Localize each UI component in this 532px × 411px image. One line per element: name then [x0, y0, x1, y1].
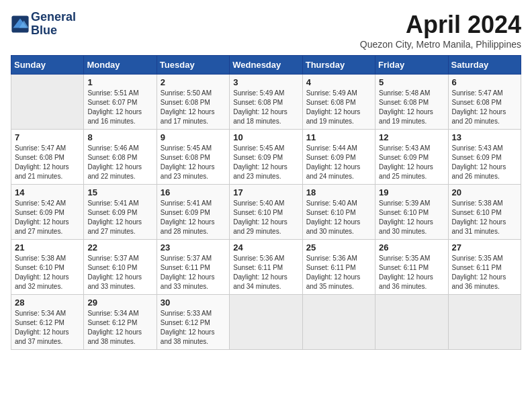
day-number: 21	[15, 242, 80, 253]
calendar-body: 1Sunrise: 5:51 AM Sunset: 6:07 PM Daylig…	[11, 75, 521, 350]
day-number: 29	[87, 298, 152, 308]
calendar-week-row: 7Sunrise: 5:47 AM Sunset: 6:08 PM Daylig…	[11, 130, 521, 185]
calendar-cell: 26Sunrise: 5:35 AM Sunset: 6:11 PM Dayli…	[375, 240, 448, 295]
day-info: Sunrise: 5:36 AM Sunset: 6:11 PM Dayligh…	[306, 254, 371, 291]
logo-text: General Blue	[31, 11, 76, 38]
day-info: Sunrise: 5:36 AM Sunset: 6:11 PM Dayligh…	[233, 254, 298, 291]
calendar-cell	[11, 75, 84, 130]
calendar-cell: 21Sunrise: 5:38 AM Sunset: 6:10 PM Dayli…	[11, 240, 84, 295]
calendar-week-row: 21Sunrise: 5:38 AM Sunset: 6:10 PM Dayli…	[11, 240, 521, 295]
weekday-header-cell: Tuesday	[157, 56, 229, 75]
calendar-cell	[302, 295, 375, 350]
day-info: Sunrise: 5:39 AM Sunset: 6:10 PM Dayligh…	[379, 199, 444, 236]
day-info: Sunrise: 5:43 AM Sunset: 6:09 PM Dayligh…	[379, 144, 444, 181]
calendar-cell: 10Sunrise: 5:45 AM Sunset: 6:09 PM Dayli…	[230, 130, 302, 185]
calendar-cell: 29Sunrise: 5:34 AM Sunset: 6:12 PM Dayli…	[84, 295, 157, 350]
calendar-week-row: 28Sunrise: 5:34 AM Sunset: 6:12 PM Dayli…	[11, 295, 521, 350]
day-info: Sunrise: 5:50 AM Sunset: 6:08 PM Dayligh…	[161, 89, 226, 126]
day-info: Sunrise: 5:46 AM Sunset: 6:08 PM Dayligh…	[87, 144, 152, 181]
day-info: Sunrise: 5:41 AM Sunset: 6:09 PM Dayligh…	[161, 199, 226, 236]
day-number: 15	[87, 187, 152, 197]
day-info: Sunrise: 5:37 AM Sunset: 6:11 PM Dayligh…	[161, 254, 226, 291]
day-number: 4	[306, 77, 371, 87]
calendar-cell: 13Sunrise: 5:43 AM Sunset: 6:09 PM Dayli…	[448, 130, 521, 185]
day-number: 10	[233, 132, 298, 142]
calendar-cell: 4Sunrise: 5:49 AM Sunset: 6:08 PM Daylig…	[302, 75, 375, 130]
weekday-header-cell: Thursday	[302, 56, 375, 75]
day-number: 19	[379, 187, 444, 197]
calendar-cell: 18Sunrise: 5:40 AM Sunset: 6:10 PM Dayli…	[302, 185, 375, 240]
day-number: 11	[306, 132, 371, 142]
day-info: Sunrise: 5:43 AM Sunset: 6:09 PM Dayligh…	[452, 144, 517, 181]
weekday-header-cell: Sunday	[11, 56, 84, 75]
calendar-cell: 23Sunrise: 5:37 AM Sunset: 6:11 PM Dayli…	[157, 240, 229, 295]
logo-icon	[11, 15, 30, 34]
day-number: 25	[306, 242, 371, 253]
day-number: 23	[161, 242, 226, 253]
weekday-header-cell: Saturday	[448, 56, 521, 75]
day-number: 3	[233, 77, 298, 87]
page-header: General Blue April 2024 Quezon City, Met…	[11, 11, 521, 50]
calendar-cell: 15Sunrise: 5:41 AM Sunset: 6:09 PM Dayli…	[84, 185, 157, 240]
day-info: Sunrise: 5:44 AM Sunset: 6:09 PM Dayligh…	[306, 144, 371, 181]
day-info: Sunrise: 5:38 AM Sunset: 6:10 PM Dayligh…	[452, 199, 517, 236]
calendar-table: SundayMondayTuesdayWednesdayThursdayFrid…	[11, 55, 521, 350]
calendar-cell: 24Sunrise: 5:36 AM Sunset: 6:11 PM Dayli…	[230, 240, 302, 295]
calendar-cell: 17Sunrise: 5:40 AM Sunset: 6:10 PM Dayli…	[230, 185, 302, 240]
day-number: 18	[306, 187, 371, 197]
day-info: Sunrise: 5:45 AM Sunset: 6:09 PM Dayligh…	[233, 144, 298, 181]
calendar-cell: 14Sunrise: 5:42 AM Sunset: 6:09 PM Dayli…	[11, 185, 84, 240]
day-info: Sunrise: 5:33 AM Sunset: 6:12 PM Dayligh…	[161, 309, 226, 347]
calendar-cell: 6Sunrise: 5:47 AM Sunset: 6:08 PM Daylig…	[448, 75, 521, 130]
day-info: Sunrise: 5:38 AM Sunset: 6:10 PM Dayligh…	[15, 254, 80, 291]
weekday-header-cell: Monday	[84, 56, 157, 75]
calendar-cell: 30Sunrise: 5:33 AM Sunset: 6:12 PM Dayli…	[157, 295, 229, 350]
day-number: 14	[15, 187, 80, 197]
day-number: 26	[379, 242, 444, 253]
calendar-cell: 12Sunrise: 5:43 AM Sunset: 6:09 PM Dayli…	[375, 130, 448, 185]
calendar-cell: 25Sunrise: 5:36 AM Sunset: 6:11 PM Dayli…	[302, 240, 375, 295]
calendar-cell: 20Sunrise: 5:38 AM Sunset: 6:10 PM Dayli…	[448, 185, 521, 240]
day-number: 16	[161, 187, 226, 197]
calendar-cell: 3Sunrise: 5:49 AM Sunset: 6:08 PM Daylig…	[230, 75, 302, 130]
calendar-cell	[375, 295, 448, 350]
day-info: Sunrise: 5:40 AM Sunset: 6:10 PM Dayligh…	[306, 199, 371, 236]
weekday-header-cell: Wednesday	[230, 56, 302, 75]
weekday-header-row: SundayMondayTuesdayWednesdayThursdayFrid…	[11, 56, 521, 75]
calendar-cell	[230, 295, 302, 350]
calendar-cell: 8Sunrise: 5:46 AM Sunset: 6:08 PM Daylig…	[84, 130, 157, 185]
day-number: 12	[379, 132, 444, 142]
day-info: Sunrise: 5:45 AM Sunset: 6:08 PM Dayligh…	[161, 144, 226, 181]
day-number: 17	[233, 187, 298, 197]
title-block: April 2024 Quezon City, Metro Manila, Ph…	[360, 11, 521, 50]
calendar-cell: 28Sunrise: 5:34 AM Sunset: 6:12 PM Dayli…	[11, 295, 84, 350]
calendar-cell: 9Sunrise: 5:45 AM Sunset: 6:08 PM Daylig…	[157, 130, 229, 185]
day-info: Sunrise: 5:49 AM Sunset: 6:08 PM Dayligh…	[306, 89, 371, 126]
logo-line2: Blue	[31, 24, 76, 38]
location-subtitle: Quezon City, Metro Manila, Philippines	[360, 39, 521, 50]
day-info: Sunrise: 5:34 AM Sunset: 6:12 PM Dayligh…	[15, 309, 80, 347]
day-info: Sunrise: 5:40 AM Sunset: 6:10 PM Dayligh…	[233, 199, 298, 236]
day-info: Sunrise: 5:48 AM Sunset: 6:08 PM Dayligh…	[379, 89, 444, 126]
day-number: 24	[233, 242, 298, 253]
day-number: 9	[161, 132, 226, 142]
weekday-header-cell: Friday	[375, 56, 448, 75]
day-number: 13	[452, 132, 517, 142]
day-number: 2	[161, 77, 226, 87]
calendar-week-row: 14Sunrise: 5:42 AM Sunset: 6:09 PM Dayli…	[11, 185, 521, 240]
day-info: Sunrise: 5:42 AM Sunset: 6:09 PM Dayligh…	[15, 199, 80, 236]
calendar-cell: 22Sunrise: 5:37 AM Sunset: 6:10 PM Dayli…	[84, 240, 157, 295]
calendar-cell	[448, 295, 521, 350]
day-info: Sunrise: 5:34 AM Sunset: 6:12 PM Dayligh…	[87, 309, 152, 347]
day-info: Sunrise: 5:51 AM Sunset: 6:07 PM Dayligh…	[87, 89, 152, 126]
day-info: Sunrise: 5:41 AM Sunset: 6:09 PM Dayligh…	[87, 199, 152, 236]
calendar-cell: 1Sunrise: 5:51 AM Sunset: 6:07 PM Daylig…	[84, 75, 157, 130]
day-number: 6	[452, 77, 517, 87]
calendar-cell: 11Sunrise: 5:44 AM Sunset: 6:09 PM Dayli…	[302, 130, 375, 185]
day-info: Sunrise: 5:47 AM Sunset: 6:08 PM Dayligh…	[452, 89, 517, 126]
day-info: Sunrise: 5:35 AM Sunset: 6:11 PM Dayligh…	[379, 254, 444, 291]
day-number: 8	[87, 132, 152, 142]
day-number: 1	[87, 77, 152, 87]
logo-line1: General	[31, 11, 76, 24]
month-title: April 2024	[360, 11, 521, 39]
